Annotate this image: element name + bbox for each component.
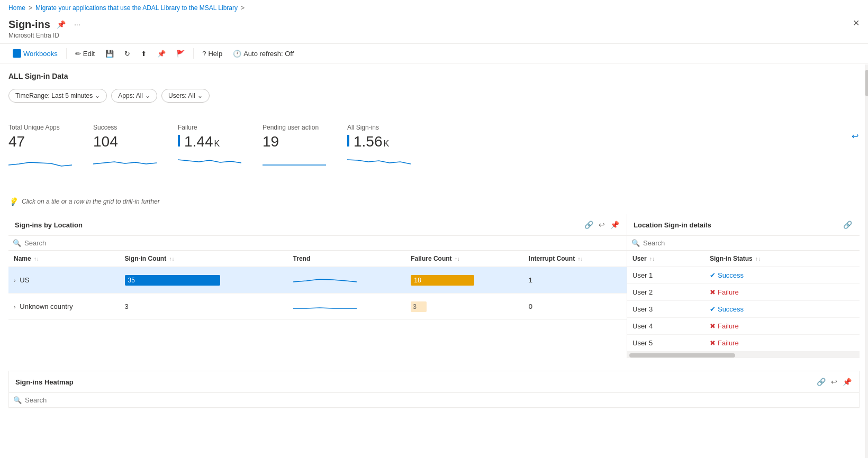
save-button[interactable]: 💾	[101, 48, 118, 60]
table-row[interactable]: User 1 ✔ Success	[627, 267, 860, 284]
col-failure-count[interactable]: Failure Count ↑↓	[405, 251, 523, 267]
table-row[interactable]: User 2 ✖ Failure	[627, 284, 860, 301]
horizontal-scrollbar[interactable]	[627, 352, 860, 358]
timerange-filter[interactable]: TimeRange: Last 5 minutes ⌄	[8, 89, 107, 103]
user-4: User 4	[627, 318, 704, 335]
workbooks-button[interactable]: Workbooks	[8, 47, 62, 60]
col-status[interactable]: Sign-in Status ↑↓	[704, 251, 849, 267]
page-subtitle: Microsoft Entra ID	[8, 32, 83, 39]
failure-count-bar-small: 3	[411, 301, 427, 312]
heatmap-search-input[interactable]	[25, 396, 855, 404]
status-badge-success-2: ✔ Success	[710, 305, 844, 313]
pin-toolbar-icon: 📌	[157, 50, 166, 58]
status-3: ✔ Success	[704, 301, 849, 318]
table-row[interactable]: User 5 ✖ Failure	[627, 335, 860, 352]
main-content: ALL Sign-in Data TimeRange: Last 5 minut…	[0, 63, 868, 417]
title-block: Sign-ins 📌 ··· Microsoft Entra ID	[8, 18, 83, 39]
clock-icon: 🕐	[233, 50, 241, 58]
refresh-button[interactable]: ↻	[120, 48, 134, 60]
row-trend-unknown	[288, 294, 406, 320]
details-search-input[interactable]	[643, 239, 855, 247]
status-2: ✖ Failure	[704, 284, 849, 301]
stat-all-signins[interactable]: All Sign-ins 1.56K	[347, 124, 411, 172]
stat-chart-success	[93, 154, 157, 172]
edit-button[interactable]: ✏ Edit	[71, 48, 99, 60]
toolbar: Workbooks ✏ Edit 💾 ↻ ⬆ 📌 🚩 ? Help 🕐 Auto…	[0, 43, 868, 63]
chevron-down-icon-2: ⌄	[145, 92, 150, 99]
location-pin-button[interactable]: 📌	[609, 219, 620, 230]
location-link-button[interactable]: 🔗	[583, 219, 594, 230]
heatmap-panel-title: Sign-ins Heatmap	[15, 378, 74, 386]
section-title: ALL Sign-in Data	[8, 72, 860, 80]
details-link-button[interactable]: 🔗	[842, 219, 853, 230]
col-user[interactable]: User ↑↓	[627, 251, 704, 267]
location-panel-title: Sign-ins by Location	[15, 221, 83, 229]
users-filter[interactable]: Users: All ⌄	[161, 89, 210, 103]
user-2: User 2	[627, 284, 704, 301]
user-5: User 5	[627, 335, 704, 352]
col-signin-count[interactable]: Sign-in Count ↑↓	[120, 251, 288, 267]
share-button[interactable]: ⬆	[137, 48, 151, 60]
stats-row: Total Unique Apps 47 Success 104 Failu	[8, 115, 860, 180]
expand-us-arrow[interactable]: ›	[14, 277, 16, 283]
stat-success[interactable]: Success 104	[93, 124, 157, 172]
heatmap-pin-button[interactable]: 📌	[842, 377, 853, 387]
row-name-us: › US	[8, 267, 120, 294]
horizontal-scroll-thumb[interactable]	[629, 353, 735, 358]
table-row[interactable]: User 4 ✖ Failure	[627, 318, 860, 335]
heatmap-undo-button[interactable]: ↩	[830, 377, 838, 387]
col-name[interactable]: Name ↑↓	[8, 251, 120, 267]
toolbar-divider-1	[66, 48, 67, 59]
breadcrumb-home[interactable]: Home	[8, 4, 25, 12]
allsignins-bar-accent	[347, 135, 349, 146]
help-icon: ?	[202, 50, 206, 58]
location-search-bar: 🔍	[8, 236, 627, 251]
col-interrupt-count[interactable]: Interrupt Count ↑↓	[523, 251, 627, 267]
location-undo-button[interactable]: ↩	[598, 219, 606, 230]
workbooks-icon	[13, 49, 21, 58]
status-4: ✖ Failure	[704, 318, 849, 335]
breadcrumb-sep-2: >	[241, 4, 245, 12]
vertical-scrollbar[interactable]	[865, 65, 868, 417]
check-icon-2: ✔	[710, 305, 716, 313]
heatmap-panel-header: Sign-ins Heatmap 🔗 ↩ 📌	[9, 371, 859, 393]
stat-chart-pending	[263, 154, 326, 172]
status-badge-failure-2: ✖ Failure	[710, 322, 844, 330]
details-panel-actions: 🔗	[842, 219, 853, 230]
close-button[interactable]: ✕	[853, 18, 860, 28]
row-failure-us: 18	[405, 267, 523, 294]
details-search-icon: 🔍	[631, 239, 640, 247]
heatmap-search-icon: 🔍	[13, 396, 22, 404]
scroll-indicator-1	[849, 267, 860, 284]
user-3: User 3	[627, 301, 704, 318]
breadcrumb-migrate[interactable]: Migrate your applications that use the A…	[35, 4, 238, 12]
status-badge-success: ✔ Success	[710, 271, 844, 279]
location-search-input[interactable]	[24, 239, 622, 247]
stat-pending[interactable]: Pending user action 19	[263, 124, 326, 172]
row-trend-us	[288, 267, 406, 294]
undo-button[interactable]: ↩	[852, 131, 858, 141]
feedback-button[interactable]: 🚩	[172, 48, 189, 60]
table-row[interactable]: › US 35	[8, 267, 627, 294]
more-button[interactable]: ···	[72, 18, 83, 31]
details-panel-header: Location Sign-in details 🔗	[627, 214, 860, 236]
row-interrupt-unknown: 0	[523, 294, 627, 320]
auto-refresh-button[interactable]: 🕐 Auto refresh: Off	[229, 48, 298, 60]
pin-button[interactable]: 📌	[55, 18, 68, 31]
table-row[interactable]: User 3 ✔ Success	[627, 301, 860, 318]
row-name-unknown: › Unknown country	[8, 294, 120, 320]
help-button[interactable]: ? Help	[198, 48, 227, 60]
sign-ins-by-location-panel: Sign-ins by Location 🔗 ↩ 📌 🔍 Name ↑↓	[8, 214, 627, 358]
row-count-us: 35	[120, 267, 288, 294]
table-row[interactable]: › Unknown country 3	[8, 294, 627, 320]
expand-unknown-arrow[interactable]: ›	[14, 304, 16, 310]
apps-filter[interactable]: Apps: All ⌄	[111, 89, 157, 103]
stat-failure[interactable]: Failure 1.44K	[178, 124, 241, 172]
failure-count-bar-container-2: 3	[411, 301, 518, 312]
stat-total-apps[interactable]: Total Unique Apps 47	[8, 124, 72, 172]
heatmap-link-button[interactable]: 🔗	[816, 377, 827, 387]
col-extra	[849, 251, 860, 267]
pin-toolbar-button[interactable]: 📌	[153, 48, 170, 60]
failure-count-bar: 18	[411, 275, 474, 286]
vertical-scroll-thumb[interactable]	[865, 70, 868, 96]
